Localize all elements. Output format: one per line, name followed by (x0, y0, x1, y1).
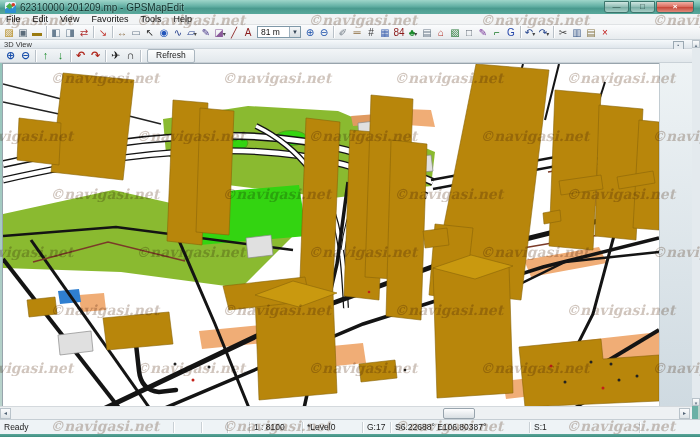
panel-3d-header[interactable]: 3D View ▪ (0, 40, 692, 49)
import-icon[interactable]: ◧ (49, 26, 63, 39)
trim-tool-icon-dropdown[interactable]: ▾ (223, 31, 226, 37)
menu-bar: FileEditViewFavoritesToolsHelp (0, 14, 700, 25)
menu-tools[interactable]: Tools (134, 14, 167, 24)
save-icon[interactable]: ▣ (16, 26, 30, 39)
zoom-in-3d-icon[interactable]: ⊕ (3, 49, 18, 62)
zoom-in-icon[interactable]: ⊕ (303, 26, 317, 39)
move-down-icon[interactable]: ↓ (53, 49, 68, 62)
redo-icon-dropdown[interactable]: ▾ (546, 31, 549, 37)
caption-buttons: —□× (604, 1, 694, 13)
zoom-out-3d-icon[interactable]: ⊖ (18, 49, 33, 62)
copy-icon[interactable]: ▥ (570, 26, 584, 39)
home-icon[interactable]: ⌂ (434, 26, 448, 39)
toolbar-separator (105, 50, 106, 62)
scroll-up-arrow[interactable]: ▴ (692, 40, 700, 48)
paste-icon[interactable]: ▤ (584, 26, 598, 39)
status-bar: Ready 1 : 8100 *Level0 G:17 S6.22688° E1… (0, 419, 700, 435)
status-level: *Level0 (303, 422, 363, 433)
waypoint-tool-icon[interactable]: ◉ (157, 26, 171, 39)
polygon-tool-icon-dropdown[interactable]: ▾ (194, 31, 197, 37)
scale-value: 81 m (261, 27, 289, 37)
cut-icon[interactable]: ✂ (556, 26, 570, 39)
new-doc-icon[interactable]: □ (462, 26, 476, 39)
rotate-ccw-icon[interactable]: ↶ (73, 49, 88, 62)
status-spacer-1 (174, 422, 202, 433)
delete-icon[interactable]: × (598, 26, 612, 39)
toolbar-separator (140, 50, 141, 62)
horizontal-scrollbar[interactable]: ◂ ▸ (0, 406, 692, 420)
status-spacer-2 (202, 422, 228, 433)
select-rect-icon[interactable]: ▭ (129, 26, 143, 39)
poi-icon[interactable]: ♣▾ (406, 26, 420, 39)
maximize-button[interactable]: □ (630, 1, 655, 13)
undo-icon[interactable]: ↶▾ (523, 26, 537, 39)
dock-empty-area (659, 63, 693, 406)
overview-icon[interactable]: ▤ (420, 26, 434, 39)
undo-icon-dropdown[interactable]: ▾ (532, 31, 535, 37)
app-icon (5, 2, 16, 13)
open-file-icon[interactable]: ▨ (2, 26, 16, 39)
scroll-right-arrow[interactable]: ▸ (679, 408, 690, 419)
select-object-icon[interactable]: ↘ (96, 26, 110, 39)
refresh-button[interactable]: Refresh (147, 49, 195, 63)
grid-icon[interactable]: # (364, 26, 378, 39)
redo-icon[interactable]: ↷▾ (537, 26, 551, 39)
zoom-out-icon[interactable]: ⊖ (317, 26, 331, 39)
script-icon[interactable]: ✎ (476, 26, 490, 39)
rotate-cw-icon[interactable]: ↷ (88, 49, 103, 62)
drive-view-icon[interactable]: ✈ (108, 49, 123, 62)
gpsmapedit-window: 62310000 201209.mp - GPSMapEdit —□× File… (0, 0, 700, 437)
tiles-icon[interactable]: ▦ (378, 26, 392, 39)
scroll-down-arrow[interactable]: ▾ (692, 398, 700, 406)
polyline-tool-icon[interactable]: ∿ (171, 26, 185, 39)
levels-icon[interactable]: ═ (350, 26, 364, 39)
toolbar-separator (93, 26, 94, 38)
toolbar-separator (70, 50, 71, 62)
toolbar-separator (520, 26, 521, 38)
polygon-tool-icon[interactable]: ▱▾ (185, 26, 199, 39)
tilt-view-icon[interactable]: ∩ (123, 49, 138, 62)
image-map-icon[interactable]: ▧ (448, 26, 462, 39)
map-3d-render (3, 64, 659, 407)
scrollbar-thumb[interactable] (443, 408, 475, 419)
folder-icon[interactable]: ▬ (30, 26, 44, 39)
toolbar-separator (46, 26, 47, 38)
status-selection: S:1 (530, 422, 640, 433)
menu-view[interactable]: View (54, 14, 85, 24)
label-tool-icon[interactable]: A (241, 26, 255, 39)
toolbar-separator (333, 26, 334, 38)
scale-combobox[interactable]: 81 m▼ (257, 26, 301, 38)
split-tool-icon[interactable]: ╱ (227, 26, 241, 39)
properties-icon[interactable]: ◨ (63, 26, 77, 39)
toolbar-separator (553, 26, 554, 38)
pointer-tool-icon[interactable]: ↖ (143, 26, 157, 39)
edit-nodes-icon[interactable]: ✎ (199, 26, 213, 39)
map-3d-view[interactable] (2, 63, 660, 408)
panel-3d-toolbar: ⊕⊖↑↓↶↷✈∩Refresh (0, 49, 692, 63)
menu-help[interactable]: Help (167, 14, 198, 24)
trim-tool-icon[interactable]: ◪▾ (213, 26, 227, 39)
status-message: Ready (0, 422, 174, 433)
status-scale: 1 : 8100 (250, 422, 303, 433)
scroll-left-arrow[interactable]: ◂ (0, 408, 11, 419)
attach-maps-icon[interactable]: ⇄ (77, 26, 91, 39)
menu-favorites[interactable]: Favorites (85, 14, 134, 24)
google-icon[interactable]: G (504, 26, 518, 39)
pan-tool-icon[interactable]: ↔ (115, 26, 129, 39)
key-icon[interactable]: ⌐ (490, 26, 504, 39)
combobox-dropdown-icon[interactable]: ▼ (289, 27, 300, 37)
status-coordinates: S6.22688° E106.80387° (391, 422, 530, 433)
menu-edit[interactable]: Edit (27, 14, 55, 24)
title-bar[interactable]: 62310000 201209.mp - GPSMapEdit —□× (0, 0, 700, 14)
vertical-scrollbar[interactable]: ▴ ▾ (692, 40, 700, 406)
address-icon[interactable]: 84 (392, 26, 406, 39)
toolbar-separator (35, 50, 36, 62)
main-toolbar: ▨▣▬◧◨⇄↘↔▭↖◉∿▱▾✎◪▾╱A81 m▼⊕⊖✐═#▦84♣▾▤⌂▧□✎⌐… (0, 25, 700, 40)
minimize-button[interactable]: — (604, 1, 629, 13)
menu-file[interactable]: File (0, 14, 27, 24)
close-button[interactable]: × (656, 1, 694, 13)
move-up-icon[interactable]: ↑ (38, 49, 53, 62)
panel-3d-title: 3D View (4, 40, 32, 49)
poi-icon-dropdown[interactable]: ▾ (414, 31, 417, 37)
measure-icon[interactable]: ✐ (336, 26, 350, 39)
